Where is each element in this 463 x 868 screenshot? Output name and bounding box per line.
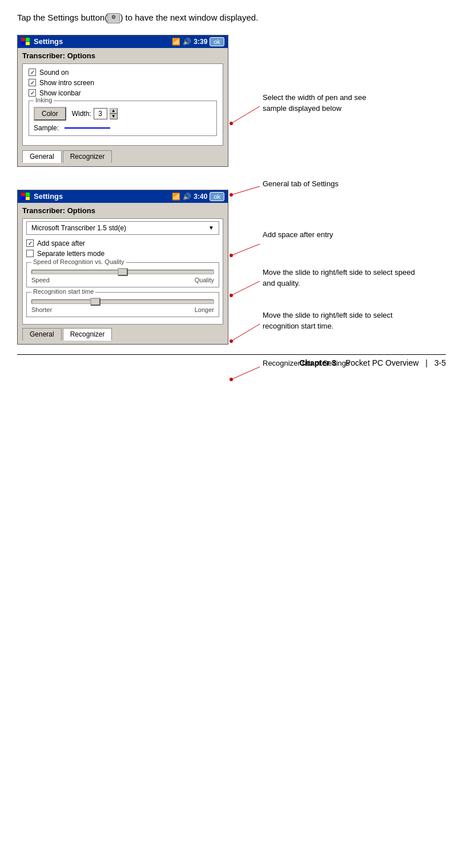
window1-signal-icon: 📶 bbox=[172, 38, 180, 46]
width-spinner: ▲ ▼ bbox=[110, 108, 118, 119]
annotation-text-3: Add space after entry bbox=[263, 230, 333, 239]
window2-section-title: Transcriber: Options bbox=[22, 206, 223, 215]
dropdown-arrow-icon: ▼ bbox=[208, 225, 214, 231]
svg-rect-9 bbox=[26, 193, 30, 196]
page-number: 3-5 bbox=[434, 358, 446, 367]
window1-content: Transcriber: Options Sound on Show intro… bbox=[18, 48, 228, 166]
speed-slider-labels: Speed Quality bbox=[31, 277, 214, 283]
recognition-legend: Recognition start time bbox=[31, 288, 95, 295]
svg-point-19 bbox=[230, 378, 233, 381]
annotation-text-5: Move the slide to right/left side to sel… bbox=[263, 310, 393, 332]
window2-content: Transcriber: Options Microsoft Transcrib… bbox=[18, 203, 228, 344]
svg-point-5 bbox=[230, 122, 233, 125]
window2-ok-button[interactable]: ok bbox=[210, 192, 224, 201]
tab-general-2[interactable]: General bbox=[22, 328, 62, 341]
width-label: Width: bbox=[72, 110, 91, 118]
window2-titlebar: Settings 📶 🔊 3:40 ok bbox=[18, 190, 228, 203]
svg-line-14 bbox=[231, 281, 260, 295]
window2-container: Settings 📶 🔊 3:40 ok Transcriber: Option… bbox=[17, 190, 228, 350]
recognition-slider-labels: Shorter Longer bbox=[31, 306, 214, 313]
annotation-text-2: General tab of Settings bbox=[263, 179, 339, 188]
inking-row: Color Width: ▲ ▼ bbox=[34, 107, 212, 121]
tab-general-1[interactable]: General bbox=[22, 150, 62, 163]
svg-rect-11 bbox=[26, 197, 30, 200]
color-button[interactable]: Color bbox=[34, 107, 66, 121]
intro-text-after: ) to have the next window displayed. bbox=[120, 13, 258, 22]
checkbox-iconbar: Show iconbar bbox=[29, 89, 217, 97]
windows-flag-icon bbox=[21, 38, 30, 46]
checkbox-separate-label: Separate letters mode bbox=[37, 250, 104, 258]
recognition-left-label: Shorter bbox=[31, 306, 52, 313]
window1-sound-icon: 🔊 bbox=[183, 38, 191, 46]
window1-titlebar: Settings 📶 🔊 3:39 ok bbox=[18, 35, 228, 48]
width-up-button[interactable]: ▲ bbox=[110, 108, 118, 114]
checkbox-addspace-box[interactable] bbox=[26, 239, 34, 247]
svg-line-12 bbox=[231, 244, 260, 255]
annotation-text-1: Select the width of pen and see sample d… bbox=[263, 92, 366, 114]
svg-rect-10 bbox=[21, 197, 25, 200]
checkbox-sound-label: Sound on bbox=[39, 69, 69, 77]
annotation-text-4: Move the slide to right/left side to sel… bbox=[263, 267, 415, 289]
checkbox-separate: Separate letters mode bbox=[26, 250, 219, 258]
svg-point-17 bbox=[230, 339, 233, 343]
window2-inner: Microsoft Transcriber 1.5 std(e) ▼ Add s… bbox=[22, 218, 223, 325]
tab-recognizer-1[interactable]: Recognizer bbox=[63, 150, 112, 163]
checkbox-sound-box[interactable] bbox=[29, 69, 36, 76]
transcriber-dropdown[interactable]: Microsoft Transcriber 1.5 std(e) ▼ bbox=[26, 221, 219, 235]
width-control: Width: ▲ ▼ bbox=[72, 108, 118, 119]
svg-rect-2 bbox=[21, 42, 25, 45]
checkbox-intro: Show intro screen bbox=[29, 79, 217, 87]
window1-inner: Sound on Show intro screen Show iconbar bbox=[22, 63, 223, 146]
checkbox-sound: Sound on bbox=[29, 69, 217, 77]
sample-row: Sample: bbox=[34, 124, 212, 132]
checkbox-separate-box[interactable] bbox=[26, 250, 34, 257]
window1-section-title: Transcriber: Options bbox=[22, 51, 223, 60]
footer-separator: | bbox=[425, 358, 428, 367]
svg-rect-3 bbox=[26, 42, 30, 45]
chapter-title: Pocket PC Overview | 3-5 bbox=[345, 358, 446, 367]
window1-area: Settings 📶 🔊 3:39 ok Transcriber: Option… bbox=[17, 35, 446, 173]
svg-line-18 bbox=[231, 367, 260, 379]
settings-icon-inline: ⚙ bbox=[107, 13, 120, 23]
window2: Settings 📶 🔊 3:40 ok Transcriber: Option… bbox=[17, 190, 228, 345]
checkbox-iconbar-box[interactable] bbox=[29, 89, 36, 97]
speed-slider-thumb[interactable] bbox=[118, 268, 128, 276]
window1-ok-button[interactable]: ok bbox=[210, 37, 224, 46]
svg-line-4 bbox=[231, 106, 260, 123]
inking-group: Inking Color Width: ▲ ▼ bbox=[29, 101, 217, 136]
recognition-slider-group: Recognition start time Shorter Longer bbox=[26, 292, 219, 317]
intro-text-before: Tap the Settings button( bbox=[17, 13, 107, 22]
speed-left-label: Speed bbox=[31, 277, 50, 283]
window1-time: 3:39 bbox=[194, 38, 207, 46]
svg-rect-8 bbox=[21, 193, 25, 196]
chapter-label: Chapter 3 bbox=[299, 358, 336, 367]
windows-flag-icon-2 bbox=[21, 193, 30, 201]
svg-point-13 bbox=[230, 254, 233, 257]
window2-annotations: Add space after entry Move the slide to … bbox=[228, 190, 446, 350]
recognition-slider-track[interactable] bbox=[31, 299, 214, 304]
svg-point-15 bbox=[230, 294, 233, 297]
checkbox-addspace-label: Add space after bbox=[37, 239, 85, 247]
checkbox-addspace: Add space after bbox=[26, 239, 219, 247]
checkbox-iconbar-label: Show iconbar bbox=[39, 89, 81, 97]
sample-label: Sample: bbox=[34, 124, 59, 132]
sample-line bbox=[65, 127, 110, 129]
checkbox-intro-box[interactable] bbox=[29, 79, 36, 86]
window2-sound-icon: 🔊 bbox=[183, 193, 191, 201]
speed-slider-track[interactable] bbox=[31, 270, 214, 274]
inking-legend: Inking bbox=[34, 97, 54, 103]
intro-text: Tap the Settings button(⚙) to have the n… bbox=[17, 11, 446, 25]
speed-slider-group: Speed of Recognition vs. Quality Speed Q… bbox=[26, 262, 219, 287]
dropdown-value: Microsoft Transcriber 1.5 std(e) bbox=[31, 224, 126, 232]
tab-recognizer-2[interactable]: Recognizer bbox=[63, 328, 112, 341]
checkbox-intro-label: Show intro screen bbox=[39, 79, 94, 87]
width-down-button[interactable]: ▼ bbox=[110, 114, 118, 119]
window2-time: 3:40 bbox=[194, 193, 207, 201]
speed-legend: Speed of Recognition vs. Quality bbox=[31, 258, 126, 265]
speed-right-label: Quality bbox=[195, 277, 214, 283]
width-input[interactable] bbox=[94, 108, 107, 119]
window1-annotations: Select the width of pen and see sample d… bbox=[228, 35, 446, 173]
recognition-right-label: Longer bbox=[195, 306, 214, 313]
recognition-slider-thumb[interactable] bbox=[90, 298, 100, 306]
window1-container: Settings 📶 🔊 3:39 ok Transcriber: Option… bbox=[17, 35, 228, 173]
